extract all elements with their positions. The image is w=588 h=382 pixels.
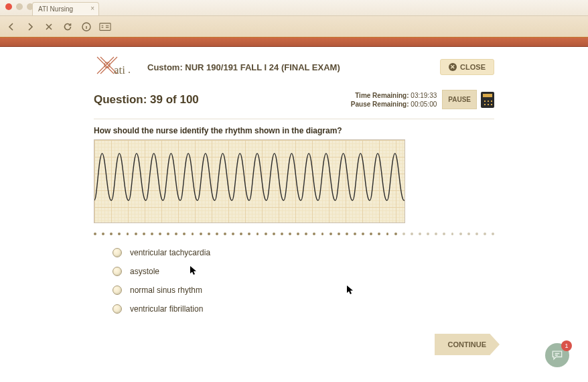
radio-icon[interactable] (113, 285, 122, 295)
tab-close-icon[interactable]: × (90, 5, 94, 12)
svg-rect-1 (100, 23, 111, 30)
close-icon: ✕ (449, 63, 457, 71)
tab-title: ATI Nursing (38, 5, 73, 13)
pause-remaining-label: Pause Remaining: (351, 101, 409, 108)
app-window: ATI Nursing × (0, 0, 588, 382)
ecg-diagram (94, 139, 405, 223)
time-remaining-value: 03:19:33 (411, 92, 437, 99)
choice-option[interactable]: ventricular tachycardia (113, 243, 494, 262)
svg-point-8 (129, 72, 130, 73)
choice-option[interactable]: normal sinus rhythm (113, 281, 494, 300)
window-controls[interactable] (5, 3, 33, 10)
reader-icon[interactable] (99, 21, 111, 33)
continue-button[interactable]: CONTINUE (435, 334, 500, 355)
pause-button[interactable]: PAUSE (442, 90, 477, 109)
question-header-row: Question: 39 of 100 Time Remaining: 03:1… (0, 80, 588, 109)
chat-badge: 1 (561, 340, 572, 351)
close-label: CLOSE (460, 63, 486, 71)
browser-toolbar (0, 16, 588, 38)
reload-button[interactable] (62, 21, 74, 33)
ati-logo: ati (94, 54, 141, 80)
time-remaining-label: Time Remaining: (355, 92, 409, 99)
answer-choices: ventricular tachycardia asystole normal … (0, 238, 588, 318)
choice-label: normal sinus rhythm (130, 285, 202, 295)
radio-icon[interactable] (113, 304, 122, 314)
exam-title: Custom: NUR 190/191 FALL I 24 (FINAL EXA… (147, 62, 340, 72)
question-heading: Question: 39 of 100 (94, 93, 199, 107)
svg-text:ati: ati (114, 64, 125, 76)
close-button[interactable]: ✕ CLOSE (440, 59, 494, 75)
ecg-trace (94, 140, 405, 223)
question-prompt: How should the nurse identify the rhythm… (0, 119, 588, 139)
browser-tab[interactable]: ATI Nursing × (32, 2, 99, 15)
timers: Time Remaining: 03:19:33 Pause Remaining… (351, 91, 437, 109)
choice-option[interactable]: ventricular fibrillation (113, 300, 494, 318)
info-icon[interactable] (80, 21, 92, 33)
calculator-icon[interactable] (481, 92, 494, 108)
choice-label: asystole (130, 267, 159, 276)
progress-dots (0, 223, 588, 238)
page-content: ati Custom: NUR 190/191 FALL I 24 (FINAL… (0, 47, 588, 382)
choice-label: ventricular tachycardia (130, 248, 210, 257)
choice-label: ventricular fibrillation (130, 304, 203, 314)
browser-titlebar: ATI Nursing × (0, 0, 588, 16)
radio-icon[interactable] (113, 267, 122, 276)
window-min-dot[interactable] (16, 3, 23, 10)
window-close-dot[interactable] (5, 3, 12, 10)
forward-button[interactable] (24, 21, 36, 33)
accent-bar (0, 38, 588, 47)
chat-button[interactable]: 1 (545, 343, 569, 367)
back-button[interactable] (5, 21, 17, 33)
exam-header: ati Custom: NUR 190/191 FALL I 24 (FINAL… (0, 47, 588, 80)
choice-option[interactable]: asystole (113, 262, 494, 281)
pause-remaining-value: 00:05:00 (411, 101, 437, 108)
stop-button[interactable] (43, 21, 55, 33)
radio-icon[interactable] (113, 248, 122, 257)
